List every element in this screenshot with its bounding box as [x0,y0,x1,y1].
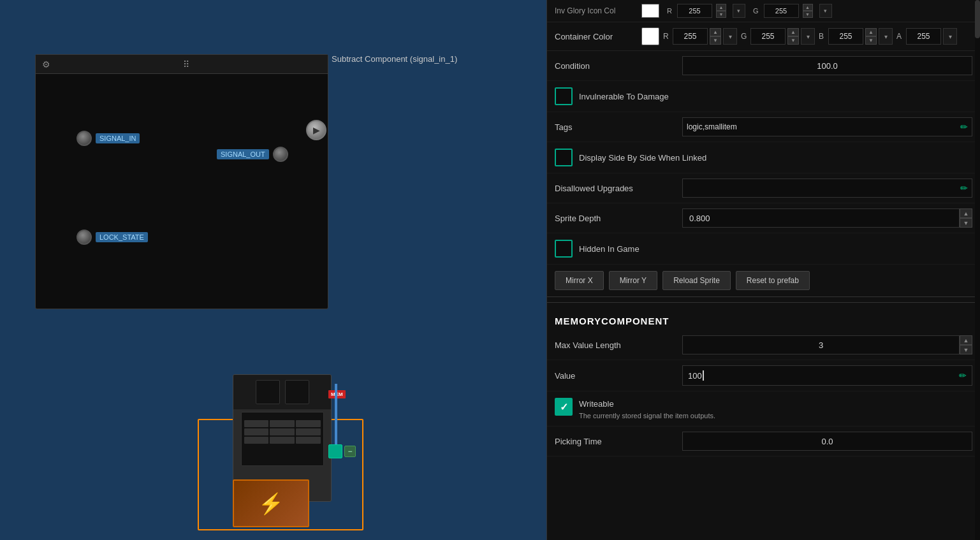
a-channel-input[interactable]: 255 [906,28,941,45]
disallowed-upgrades-edit-icon[interactable]: ✏ [960,183,968,193]
b-up-arrow[interactable]: ▲ [865,28,877,36]
writeable-checkbox[interactable]: ✓ [555,398,573,416]
component-editor-header: ⚙ ⠿ [36,55,328,74]
b-dropdown[interactable]: ▾ [879,28,893,45]
signal-in-circle[interactable] [77,131,92,146]
partial-r-input[interactable]: 255 [677,4,712,18]
writeable-info: Writeable The currently stored signal th… [579,398,972,420]
r-up-arrow[interactable]: ▲ [710,28,721,36]
r-dropdown[interactable]: ▾ [723,28,737,45]
direction-arrow-btn[interactable]: ▶ [306,120,326,140]
partial-g-down[interactable]: ▼ [803,11,813,18]
signal-in-connector: SIGNAL_IN [77,131,140,146]
partial-r-dropdown[interactable]: ▾ [733,4,745,18]
r-down-arrow[interactable]: ▼ [710,36,721,45]
reset-prefab-button[interactable]: Reset to prefab [736,271,810,290]
partial-r-arrows: ▲ ▼ [716,4,726,18]
scrollbar[interactable] [975,0,980,540]
picking-time-value[interactable]: 0.0 [682,432,972,451]
max-value-length-row: Max Value Length 3 ▲ ▼ [547,330,980,360]
teal-connector-box [328,444,342,458]
a-dropdown[interactable]: ▾ [943,28,957,45]
g-down-arrow[interactable]: ▼ [787,36,799,45]
condition-label: Condition [555,61,682,71]
r-channel-arrows: ▲ ▼ [710,28,721,45]
condition-value[interactable]: 100.0 [682,56,972,75]
sprite-depth-down[interactable]: ▼ [960,218,972,228]
b-channel-letter: B [819,32,826,41]
r-channel-input[interactable]: 255 [673,28,708,45]
checkmark-icon: ✓ [560,401,568,413]
reload-sprite-button[interactable]: Reload Sprite [662,271,731,290]
writeable-row: ✓ Writeable The currently stored signal … [547,391,980,427]
partial-r-down[interactable]: ▼ [716,11,726,18]
container-color-swatch[interactable] [641,27,659,45]
right-panel-scroll[interactable]: Inv Glory Icon Col R 255 ▲ ▼ ▾ G 255 ▲ ▼… [547,0,980,540]
display-side-checkbox[interactable] [555,149,573,166]
value-row: Value 100 ✏ [547,360,980,391]
r-channel-letter: R [663,32,671,41]
invulnerable-label: Invulnerable To Damage [579,92,669,101]
tags-edit-icon[interactable]: ✏ [960,122,968,132]
b-down-arrow[interactable]: ▼ [865,36,877,45]
picking-time-row: Picking Time 0.0 [547,427,980,456]
g-up-arrow[interactable]: ▲ [787,28,799,36]
tags-value: logic,smallitem [687,122,960,131]
partial-r-up[interactable]: ▲ [716,4,726,11]
max-value-up[interactable]: ▲ [960,335,972,345]
tags-input-container[interactable]: logic,smallitem ✏ [682,117,972,136]
partial-r-label: R [667,7,672,15]
button-row: Mirror X Mirror Y Reload Sprite Reset to… [547,265,980,297]
value-input-container[interactable]: 100 ✏ [682,365,972,386]
sprite-depth-label: Sprite Depth [555,214,682,223]
g-dropdown[interactable]: ▾ [801,28,815,45]
writeable-desc: The currently stored signal the item out… [579,412,972,420]
max-value-arrows: ▲ ▼ [960,335,972,354]
b-channel-input[interactable]: 255 [828,28,863,45]
sprite-depth-row: Sprite Depth 0.800 ▲ ▼ [547,203,980,233]
invulnerable-checkbox[interactable] [555,87,573,105]
grid-icon: ⠿ [183,59,189,69]
component-editor: ⚙ ⠿ [35,54,328,309]
partial-row-label: Inv Glory Icon Col [555,6,638,15]
picking-time-label: Picking Time [555,437,682,446]
tags-row: Tags logic,smallitem ✏ [547,112,980,142]
max-value-input[interactable]: 3 [682,335,960,354]
display-side-row: Display Side By Side When Linked [547,142,980,173]
g-channel-input[interactable]: 255 [750,28,786,45]
signal-out-circle[interactable] [273,147,288,162]
g-channel-group: G 255 ▲ ▼ ▾ [741,28,815,45]
max-value-down[interactable]: ▼ [960,345,972,354]
text-cursor [703,370,704,381]
value-label: Value [555,371,682,381]
minus-connector: − [344,446,356,457]
signal-in-label: SIGNAL_IN [96,133,140,143]
lock-state-connector: LOCK_STATE [77,230,148,245]
partial-g-up[interactable]: ▲ [803,4,813,11]
condition-row: Condition 100.0 [547,51,980,81]
hidden-in-game-checkbox[interactable] [555,240,573,258]
g-channel-arrows: ▲ ▼ [787,28,799,45]
sprite-depth-up[interactable]: ▲ [960,208,972,218]
partial-g-input[interactable]: 255 [764,4,799,18]
disallowed-upgrades-input[interactable]: ✏ [682,179,972,198]
sprite-depth-value[interactable]: 0.800 [682,208,960,228]
partial-g-dropdown[interactable]: ▾ [819,4,832,18]
value-edit-icon[interactable]: ✏ [959,370,967,381]
gear-icon[interactable]: ⚙ [42,59,50,69]
mirror-x-button[interactable]: Mirror X [555,271,604,290]
partial-g-label: G [753,7,759,15]
partial-color-row: Inv Glory Icon Col R 255 ▲ ▼ ▾ G 255 ▲ ▼… [547,0,980,22]
container-color-label: Container Color [555,32,638,41]
lock-state-label: LOCK_STATE [96,232,148,242]
container-color-row: Container Color R 255 ▲ ▼ ▾ G 255 ▲ ▼ ▾ [547,22,980,51]
lock-state-circle[interactable] [77,230,92,245]
blue-wire [335,384,337,444]
signal-out-connector: SIGNAL_OUT [217,147,288,162]
scrollbar-thumb[interactable] [975,0,980,38]
signal-out-label: SIGNAL_OUT [217,149,269,159]
hidden-in-game-row: Hidden In Game [547,233,980,265]
g-channel-letter: G [741,32,749,41]
warning-symbol: ⚡ [258,492,284,516]
mirror-y-button[interactable]: Mirror Y [609,271,657,290]
